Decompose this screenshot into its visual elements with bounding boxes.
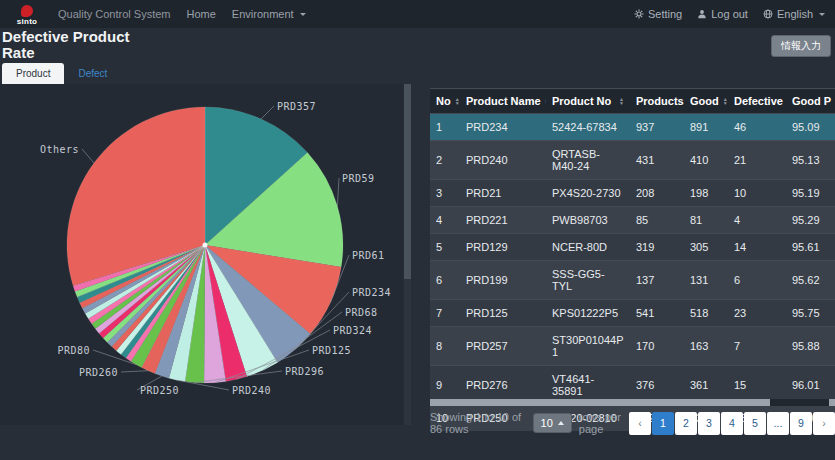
brand-label: sinto (17, 17, 38, 26)
rows-per-page-label: rows per page (579, 411, 629, 435)
table-cell: 198 (684, 180, 728, 207)
sort-icon[interactable]: ▲▼ (619, 97, 624, 105)
page-button-3[interactable]: 3 (698, 412, 720, 435)
pie-label-prd80: PRD80 (57, 345, 90, 356)
table-row[interactable]: 2PRD240QRTASB-M40-244314102195.13 (430, 141, 835, 180)
nav-item-logout[interactable]: Log out (697, 8, 748, 20)
pie-label-prd68: PRD68 (345, 307, 378, 318)
pie-label-prd234: PRD234 (352, 287, 391, 298)
nav-item-home[interactable]: Home (186, 8, 215, 20)
table-cell: PRD234 (460, 114, 546, 141)
table-cell: KPS01222P5 (546, 300, 630, 327)
nav-item-language[interactable]: English (763, 8, 825, 20)
table-cell: 891 (684, 114, 728, 141)
chevron-down-icon (300, 13, 306, 16)
table-cell: PRD129 (460, 234, 546, 261)
table-cell: 95.09 (786, 114, 835, 141)
tabbar: Product Defect (0, 62, 835, 84)
gear-icon (634, 9, 644, 19)
sort-icon[interactable]: ▲▼ (455, 97, 460, 105)
table-row[interactable]: 5PRD129NCER-80D3193051495.61 (430, 234, 835, 261)
pie-chart-svg: PRD357PRD59PRD61PRD234PRD68PRD324PRD125P… (0, 84, 403, 425)
table-cell: 95.13 (786, 141, 835, 180)
table-cell: 131 (684, 261, 728, 300)
page-size-dropdown[interactable]: 10 (533, 413, 572, 433)
table-row[interactable]: 6PRD199SSS-GG5-TYL137131695.62 (430, 261, 835, 300)
pie-label-leader-line (337, 178, 339, 206)
table-row[interactable]: 1PRD23452424-678349378914695.09 (430, 114, 835, 141)
table-cell: 410 (684, 141, 728, 180)
page-title: Defective Product Rate (2, 29, 152, 61)
table-cell: 208 (630, 180, 684, 207)
table-cell: 4 (728, 207, 786, 234)
data-input-button[interactable]: 情報入力 (771, 35, 831, 57)
table-cell: 7 (728, 327, 786, 366)
scrollbar-thumb[interactable] (430, 399, 770, 406)
table-cell: 14 (728, 234, 786, 261)
table-cell: PRD125 (460, 300, 546, 327)
table-horizontal-scrollbar[interactable] (430, 399, 835, 406)
page-button-2[interactable]: 2 (675, 412, 697, 435)
column-header-defective[interactable]: Defective▲▼ (728, 89, 786, 114)
brand[interactable]: sinto (10, 5, 44, 26)
top-navbar: sinto Quality Control System Home Enviro… (0, 0, 835, 28)
pie-label-prd61: PRD61 (352, 250, 385, 261)
navbar-right: Setting Log out English (634, 8, 825, 20)
table-cell: 305 (684, 234, 728, 261)
nav-item-environment[interactable]: Environment (232, 8, 306, 20)
table-row[interactable]: 3PRD21PX4S20-27302081981095.19 (430, 180, 835, 207)
globe-icon (763, 9, 773, 19)
tab-product[interactable]: Product (2, 63, 64, 84)
table-footer: Showing 1 to 10 of 86 rows 10 rows per p… (430, 410, 835, 436)
column-header-good[interactable]: Good▲▼ (684, 89, 728, 114)
column-header-product-no[interactable]: Product No▲▼ (546, 89, 630, 114)
column-header-products[interactable]: Products▲▼ (630, 89, 684, 114)
chevron-up-icon (558, 421, 564, 425)
table-row[interactable]: 7PRD125KPS01222P55415182395.75 (430, 300, 835, 327)
column-header-no[interactable]: No▲▼ (430, 89, 460, 114)
column-header-product-name[interactable]: Product Name▲▼ (460, 89, 546, 114)
page-button-4[interactable]: 4 (721, 412, 743, 435)
pagination: ‹12345...9› (629, 412, 835, 435)
table-cell: 95.88 (786, 327, 835, 366)
pie-label-prd357: PRD357 (277, 101, 316, 112)
pie-label-prd260: PRD260 (79, 367, 118, 378)
sort-icon[interactable]: ▲▼ (723, 97, 728, 105)
page-prev-button[interactable]: ‹ (629, 412, 651, 435)
pie-label-leader-line (261, 106, 274, 119)
table-cell: 2 (430, 141, 460, 180)
table-row[interactable]: 8PRD257ST30P01044P1170163795.88 (430, 327, 835, 366)
column-label: Good (690, 95, 719, 107)
table-cell: 23 (728, 300, 786, 327)
pagination-info: Showing 1 to 10 of 86 rows 10 rows per p… (430, 411, 629, 435)
table-cell: 95.75 (786, 300, 835, 327)
table-cell: PRD21 (460, 180, 546, 207)
nav-item-setting[interactable]: Setting (634, 8, 682, 20)
product-table: No▲▼Product Name▲▼Product No▲▼Products▲▼… (430, 88, 835, 431)
pie-label-leader-line (121, 371, 148, 372)
table-cell: 10 (728, 180, 786, 207)
table-cell: 431 (630, 141, 684, 180)
page-next-button[interactable]: › (813, 412, 835, 435)
table-cell: PRD221 (460, 207, 546, 234)
table-row[interactable]: 4PRD221PWB987038581495.29 (430, 207, 835, 234)
table-cell: 7 (430, 300, 460, 327)
sort-icon[interactable]: ▲▼ (545, 97, 546, 105)
table-cell: 163 (684, 327, 728, 366)
chart-vertical-scrollbar[interactable] (404, 84, 411, 425)
navbar-left: Quality Control System Home Environment (58, 8, 306, 20)
page-button-5[interactable]: 5 (744, 412, 766, 435)
system-name: Quality Control System (58, 8, 170, 20)
page-button-...[interactable]: ... (767, 412, 789, 435)
person-icon (697, 9, 707, 19)
page-button-1[interactable]: 1 (652, 412, 674, 435)
table-cell: 137 (630, 261, 684, 300)
scrollbar-thumb[interactable] (404, 84, 411, 279)
table-cell: 6 (728, 261, 786, 300)
pie-label-others: Others (40, 144, 79, 155)
table-cell: 95.19 (786, 180, 835, 207)
column-header-good-p[interactable]: Good P (786, 89, 835, 114)
tab-defect[interactable]: Defect (64, 63, 121, 84)
page-button-9[interactable]: 9 (790, 412, 812, 435)
column-label: Good P (792, 95, 831, 107)
